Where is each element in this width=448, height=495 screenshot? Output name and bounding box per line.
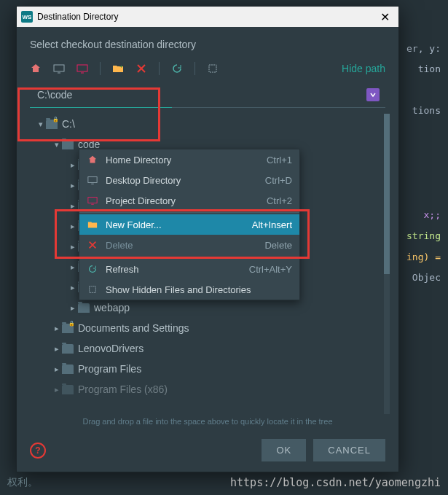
new-folder-icon [87, 219, 98, 230]
tree-node-webapp[interactable]: webapp [30, 297, 390, 318]
desktop-icon [87, 174, 98, 186]
path-input-row [30, 84, 385, 106]
context-menu-item[interactable]: Home DirectoryCtrl+1 [79, 149, 299, 170]
new-folder-icon[interactable]: + [112, 63, 124, 74]
cancel-button[interactable]: CANCEL [313, 439, 385, 461]
context-menu-item[interactable]: Show Hidden Files and Directories [79, 279, 299, 300]
svg-rect-5 [88, 198, 97, 203]
titlebar[interactable]: WS Destination Directory ✕ [17, 7, 398, 27]
button-row: ? OK CANCEL [17, 432, 398, 472]
webstorm-icon: WS [21, 11, 33, 23]
svg-rect-1 [77, 65, 87, 71]
svg-rect-6 [90, 287, 96, 293]
show-hidden-icon[interactable] [207, 63, 219, 74]
tree-node[interactable]: LenovoDrivers [30, 338, 390, 359]
close-icon[interactable]: ✕ [376, 10, 394, 24]
tree-root[interactable]: C:\ [30, 114, 390, 134]
tree-node[interactable]: Documents and Settings [30, 318, 390, 338]
dialog-title: Destination Directory [37, 12, 118, 22]
context-menu: Home DirectoryCtrl+1Desktop DirectoryCtr… [79, 149, 300, 300]
delete-icon[interactable] [135, 63, 147, 74]
show-hidden-icon [87, 284, 98, 295]
path-input[interactable] [36, 88, 366, 101]
drag-drop-hint: Drag and drop a file into the space abov… [17, 414, 398, 432]
path-underline [30, 107, 385, 108]
context-menu-item[interactable]: RefreshCtrl+Alt+Y [79, 259, 299, 279]
hide-path-link[interactable]: Hide path [342, 63, 385, 74]
tree-scrollbar[interactable] [384, 114, 390, 414]
dialog-subtitle: Select checkout destination directory [17, 27, 398, 59]
footer-left-text: 权利。 [7, 476, 38, 489]
svg-text:+: + [119, 63, 123, 70]
context-menu-item[interactable]: Desktop DirectoryCtrl+D [79, 170, 299, 190]
drive-icon [46, 120, 58, 129]
svg-rect-3 [209, 65, 216, 72]
expand-down-icon[interactable] [366, 88, 380, 101]
context-menu-item[interactable]: Project DirectoryCtrl+2 [79, 190, 299, 211]
tree-node[interactable]: Program Files [30, 359, 390, 379]
footer-url: https://blog.csdn.net/yaomengzhi [230, 476, 441, 489]
project-icon[interactable] [76, 63, 88, 74]
folder-icon [62, 140, 74, 149]
toolbar: + Hide path [17, 59, 398, 84]
svg-rect-4 [88, 177, 97, 183]
context-menu-item[interactable]: New Folder...Alt+Insert [79, 214, 299, 235]
delete-icon [87, 239, 98, 251]
home-icon[interactable] [30, 63, 42, 74]
desktop-icon[interactable] [53, 63, 65, 74]
context-menu-item[interactable]: DeleteDelete [79, 235, 299, 255]
svg-rect-0 [54, 65, 64, 71]
help-icon[interactable]: ? [30, 443, 46, 459]
home-icon [87, 154, 98, 165]
tree-node[interactable]: Program Files (x86) [30, 379, 390, 399]
refresh-icon[interactable] [171, 63, 183, 74]
ok-button[interactable]: OK [262, 439, 306, 461]
refresh-icon [87, 263, 98, 275]
project-icon [87, 195, 98, 206]
